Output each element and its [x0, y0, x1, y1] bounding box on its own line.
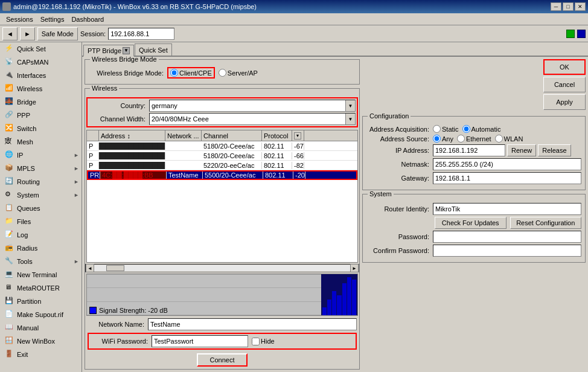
renew-button[interactable]: Renew — [507, 144, 536, 156]
sidebar-item-partition[interactable]: 💾 Partition — [0, 295, 81, 308]
table-row[interactable]: P ████████████ 5180/20-Ceee/ac 802.11 -6… — [87, 151, 357, 161]
sidebar-item-quickset[interactable]: ⚡ Quick Set — [0, 42, 81, 56]
sidebar-item-log[interactable]: 📝 Log — [0, 228, 81, 242]
apply-button[interactable]: Apply — [543, 94, 586, 110]
scroll-thumb[interactable] — [106, 265, 124, 271]
sidebar-item-tools[interactable]: 🔧 Tools ► — [0, 255, 81, 268]
netmask-row: Netmask: — [366, 158, 581, 170]
scroll-left[interactable]: ◄ — [86, 264, 94, 272]
td-addr-1: ████████████ — [99, 152, 165, 159]
automatic-radio[interactable] — [462, 125, 470, 133]
router-identity-input[interactable] — [433, 203, 581, 215]
tab-dropdown-arrow[interactable]: ▼ — [123, 47, 130, 54]
table-row[interactable]: P ████████████ 5220/20-eeCe/ac 802.11 -8… — [87, 161, 357, 170]
th-protocol[interactable]: Protocol — [262, 130, 292, 141]
table-row[interactable]: P ████████████ 5180/20-Ceee/ac 802.11 -6… — [87, 141, 357, 151]
sidebar-item-queues[interactable]: 📋 Queues — [0, 202, 81, 215]
sidebar-label-switch: Switch — [17, 125, 36, 132]
close-button[interactable]: ✕ — [575, 2, 586, 11]
th-network[interactable]: Network ... — [165, 130, 202, 141]
wifi-password-input[interactable] — [152, 335, 248, 347]
menu-settings[interactable]: Settings — [37, 15, 68, 24]
chart-bar — [327, 300, 331, 315]
ok-button[interactable]: OK — [543, 59, 586, 75]
left-panel: Wireless Bridge Mode Wireless Bridge Mod… — [85, 59, 360, 370]
menu-sessions[interactable]: Sessions — [2, 15, 37, 24]
th-channel[interactable]: Channel — [202, 130, 262, 141]
action-button-column: OK Cancel Apply — [543, 59, 586, 110]
bridge-mode-client-radio[interactable] — [170, 69, 178, 77]
ip-address-input[interactable] — [433, 144, 505, 156]
safe-mode-button[interactable]: Safe Mode — [37, 27, 78, 40]
tab-quick-set[interactable]: Quick Set — [135, 43, 172, 56]
check-updates-button[interactable]: Check For Updates — [435, 217, 507, 229]
wlan-radio[interactable] — [495, 135, 503, 143]
sidebar-item-capsman[interactable]: 📡 CAPsMAN — [0, 56, 81, 69]
hide-password-checkbox[interactable]: Hide — [252, 338, 275, 345]
table-scrollbar[interactable]: ◄ ► — [85, 264, 359, 272]
th-address[interactable]: Address ↕ — [99, 130, 165, 141]
address-source-row: Address Source: Any Ethernet — [366, 135, 581, 143]
sidebar-item-ip[interactable]: 🌐 IP ► — [0, 149, 81, 162]
address-acquisition-options: Static Automatic — [433, 125, 500, 133]
gateway-input[interactable] — [433, 172, 581, 184]
sidebar-item-system[interactable]: ⚙ System ► — [0, 188, 81, 202]
release-button[interactable]: Release — [538, 144, 570, 156]
wlan-option[interactable]: WLAN — [495, 135, 523, 143]
sidebar-item-metarouter[interactable]: 🖥 MetaROUTER — [0, 281, 81, 295]
connect-button[interactable]: Connect — [197, 353, 248, 367]
sidebar-item-make-supout[interactable]: 📄 Make Supout.rif — [0, 308, 81, 321]
static-radio[interactable] — [433, 125, 441, 133]
table-row-selected[interactable]: PR 4C:██:████:BB TestName 5500/20-Ceee/a… — [87, 170, 357, 180]
sidebar-item-switch[interactable]: 🔀 Switch — [0, 122, 81, 135]
sidebar-item-bridge[interactable]: 🌉 Bridge — [0, 95, 81, 109]
sidebar-label-exit: Exit — [17, 351, 28, 358]
sidebar-item-ppp[interactable]: 🔗 PPP — [0, 109, 81, 122]
sidebar-item-interfaces[interactable]: 🔌 Interfaces — [0, 69, 81, 82]
any-radio[interactable] — [433, 135, 441, 143]
back-button[interactable]: ◄ — [2, 27, 18, 40]
sidebar-item-mesh[interactable]: 🕸 Mesh — [0, 135, 81, 149]
bridge-mode-server-radio[interactable] — [219, 69, 226, 77]
sidebar-item-new-terminal[interactable]: 💻 New Terminal — [0, 268, 81, 281]
network-name-input[interactable] — [148, 318, 357, 330]
cancel-button[interactable]: Cancel — [543, 77, 586, 92]
sidebar-item-routing[interactable]: 🔄 Routing ► — [0, 175, 81, 188]
maximize-button[interactable]: □ — [563, 2, 574, 11]
any-option[interactable]: Any — [433, 135, 453, 143]
network-name-row: Network Name: — [85, 317, 359, 332]
netmask-input[interactable] — [433, 158, 581, 170]
scroll-right[interactable]: ► — [350, 264, 359, 272]
automatic-option[interactable]: Automatic — [462, 125, 501, 133]
password-input[interactable] — [433, 231, 581, 243]
sidebar-item-mpls[interactable]: 📦 MPLS ► — [0, 162, 81, 175]
scroll-track[interactable] — [94, 265, 350, 271]
channel-width-dropdown[interactable]: 20/40/80MHz Ceee ▼ — [149, 113, 356, 125]
channel-width-dropdown-arrow[interactable]: ▼ — [345, 114, 355, 124]
bridge-mode-server-option[interactable]: Server/AP — [219, 69, 258, 77]
forward-button[interactable]: ► — [20, 27, 35, 40]
bridge-mode-client-option[interactable]: Client/CPE — [167, 67, 215, 79]
ethernet-option[interactable]: Ethernet — [457, 135, 491, 143]
sidebar-item-radius[interactable]: 📻 Radius — [0, 242, 81, 255]
sidebar-label-radius: Radius — [17, 245, 37, 252]
country-dropdown-arrow[interactable]: ▼ — [345, 100, 355, 111]
country-dropdown[interactable]: germany ▼ — [149, 100, 356, 112]
sidebar-item-files[interactable]: 📁 Files — [0, 215, 81, 228]
sidebar-item-wireless[interactable]: 📶 Wireless — [0, 82, 81, 95]
session-input[interactable] — [108, 28, 174, 40]
password-row: Password: — [366, 231, 581, 243]
tab-ptp-bridge[interactable]: PTP Bridge ▼ — [83, 45, 134, 57]
sidebar-item-manual[interactable]: 📖 Manual — [0, 321, 81, 335]
titlebar-controls[interactable]: ─ □ ✕ — [551, 2, 586, 11]
td-channel-1: 5180/20-Ceee/ac — [202, 152, 262, 159]
menu-dashboard[interactable]: Dashboard — [68, 15, 107, 24]
sidebar-item-new-winbox[interactable]: 🪟 New WinBox — [0, 335, 81, 348]
static-option[interactable]: Static — [433, 125, 459, 133]
sidebar-item-exit[interactable]: 🚪 Exit — [0, 348, 81, 361]
minimize-button[interactable]: ─ — [551, 2, 561, 11]
ethernet-radio[interactable] — [457, 135, 465, 143]
hide-password-check[interactable] — [252, 338, 260, 345]
reset-config-button[interactable]: Reset Configuration — [510, 217, 582, 229]
confirm-password-input[interactable] — [433, 245, 581, 257]
